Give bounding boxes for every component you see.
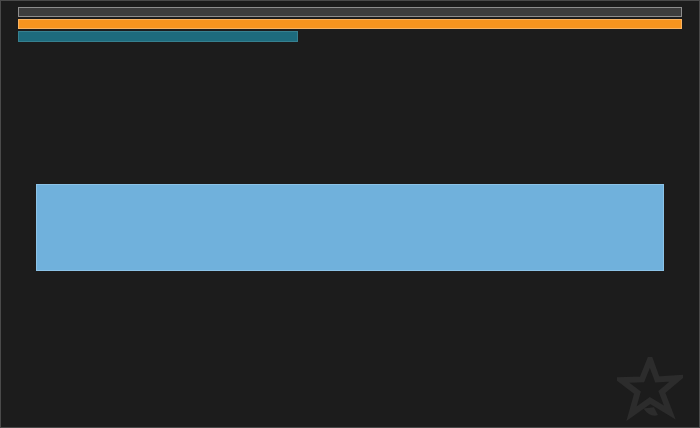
gpc-row-bottom <box>36 274 666 417</box>
gpu-die-diagram <box>0 0 700 428</box>
gigathread-engine-bar <box>18 19 682 29</box>
gpc-row-top <box>36 39 664 180</box>
memory-controller-column-left <box>20 43 34 414</box>
memory-controller-column-right <box>668 43 682 414</box>
l2-cache <box>36 184 664 271</box>
pci-express-bar <box>18 7 682 17</box>
